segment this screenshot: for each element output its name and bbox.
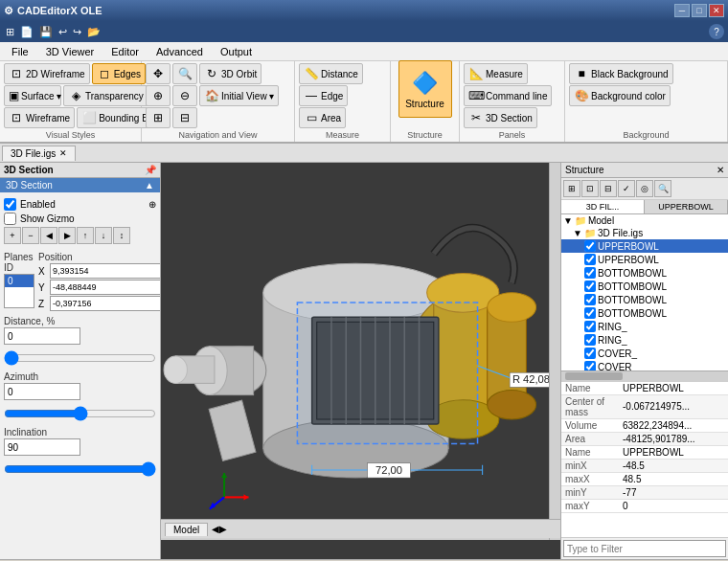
- tree-check-5[interactable]: [584, 307, 596, 319]
- btn-bg-color[interactable]: 🎨Background color: [569, 85, 671, 106]
- tree-check-0[interactable]: [584, 240, 596, 252]
- plane-up-btn[interactable]: ↑: [77, 227, 94, 244]
- tree-item-6[interactable]: RING_: [561, 320, 728, 333]
- enabled-checkbox[interactable]: [4, 198, 16, 211]
- btn-edges[interactable]: ◻Edges: [92, 63, 146, 84]
- azimuth-slider[interactable]: [4, 406, 156, 421]
- btn-structure[interactable]: 🔷 Structure: [398, 60, 452, 118]
- btn-nav4[interactable]: ⊟: [172, 107, 197, 128]
- btn-3d-orbit[interactable]: ↻3D Orbit: [199, 63, 262, 84]
- x-input[interactable]: [50, 263, 160, 279]
- minimize-button[interactable]: ─: [674, 4, 690, 17]
- btn-edge-measure[interactable]: —Edge: [299, 85, 348, 106]
- azimuth-input[interactable]: [4, 383, 80, 400]
- menu-file[interactable]: File: [4, 44, 36, 59]
- file-tab-active[interactable]: 3D File.igs ✕: [2, 146, 76, 161]
- tree-root[interactable]: ▼ 📁 Model: [561, 214, 728, 227]
- tree-check-8[interactable]: [584, 348, 596, 359]
- z-input[interactable]: [50, 296, 160, 311]
- tree-scrollbar-h[interactable]: [561, 370, 728, 382]
- struct-btn-6[interactable]: 🔍: [654, 180, 671, 197]
- tree-item-4[interactable]: BOTTOMBOWL: [561, 293, 728, 306]
- btn-distance[interactable]: 📏Distance: [299, 63, 363, 84]
- btn-2d-wireframe[interactable]: ⊡2D Wireframe: [4, 63, 90, 84]
- tab-3d-file[interactable]: 3D FIL...: [561, 200, 645, 213]
- tree-item-9[interactable]: COVER_: [561, 360, 728, 370]
- qa-redo-button[interactable]: ↪: [71, 26, 83, 38]
- inclination-slider[interactable]: [4, 461, 156, 477]
- viewport-nav-right[interactable]: ▶: [219, 524, 227, 534]
- struct-btn-4[interactable]: ✓: [618, 180, 635, 197]
- center-viewport[interactable]: 72,00 R 42,08 Model ◀ ▶: [161, 163, 560, 559]
- btn-zoom2[interactable]: ⊕: [146, 85, 171, 106]
- tree-check-1[interactable]: [584, 254, 596, 265]
- structure-tree[interactable]: ▼ 📁 Model ▼ 📁 3D File.igs UPPERBOWL UPPE…: [561, 214, 728, 370]
- tree-item-0[interactable]: UPPERBOWL: [561, 239, 728, 253]
- viewport-nav-left[interactable]: ◀: [212, 524, 219, 534]
- tree-item-5[interactable]: BOTTOMBOWL: [561, 306, 728, 320]
- qa-help-button[interactable]: ?: [709, 24, 724, 39]
- btn-wireframe[interactable]: ⊡Wireframe: [4, 107, 75, 128]
- plane-remove-btn[interactable]: −: [22, 227, 39, 244]
- y-input[interactable]: [50, 280, 160, 295]
- maximize-button[interactable]: □: [692, 4, 707, 17]
- btn-area[interactable]: ▭Area: [299, 107, 346, 128]
- gizmo-icon[interactable]: ⊕: [148, 199, 156, 210]
- plane-next-btn[interactable]: ▶: [58, 227, 76, 244]
- btn-black-bg[interactable]: ■Black Background: [569, 63, 673, 84]
- tree-item-1[interactable]: UPPERBOWL: [561, 253, 728, 266]
- btn-zoom[interactable]: 🔍: [172, 63, 197, 84]
- struct-btn-3[interactable]: ⊟: [600, 180, 617, 197]
- struct-btn-1[interactable]: ⊞: [563, 180, 580, 197]
- tree-check-3[interactable]: [584, 280, 596, 292]
- qa-open-button[interactable]: 📂: [85, 26, 102, 38]
- tree-check-9[interactable]: [584, 361, 596, 370]
- plane-item[interactable]: 0: [5, 275, 34, 287]
- btn-nav3[interactable]: ⊞: [146, 107, 171, 128]
- show-gizmo-checkbox[interactable]: [4, 213, 16, 225]
- btn-measure-panel[interactable]: 📐Measure: [464, 63, 528, 84]
- planes-list[interactable]: 0: [4, 274, 34, 308]
- tree-item-8[interactable]: COVER_: [561, 347, 728, 360]
- model-tab[interactable]: Model: [165, 523, 208, 536]
- inclination-input[interactable]: [4, 438, 80, 456]
- close-button[interactable]: ✕: [709, 4, 724, 17]
- tree-item-3[interactable]: BOTTOMBOWL: [561, 280, 728, 293]
- qa-new-button[interactable]: 📄: [18, 26, 35, 38]
- tab-upperbowl[interactable]: UPPERBOWL: [645, 200, 728, 213]
- btn-initial-view[interactable]: 🏠Initial View ▾: [199, 85, 279, 106]
- distance-slider[interactable]: [4, 350, 156, 366]
- menu-advanced[interactable]: Advanced: [148, 44, 211, 59]
- btn-command-line[interactable]: ⌨Command line: [464, 85, 552, 106]
- menu-editor[interactable]: Editor: [103, 44, 147, 59]
- tree-3dfile[interactable]: ▼ 📁 3D File.igs: [561, 227, 728, 239]
- plane-prev-btn[interactable]: ◀: [40, 227, 57, 244]
- btn-surface[interactable]: ▣Surface ▾: [4, 85, 61, 106]
- plane-add-btn[interactable]: +: [4, 227, 21, 244]
- qa-save-button[interactable]: 💾: [37, 26, 55, 38]
- panel-close-icon[interactable]: ✕: [717, 165, 724, 175]
- struct-btn-2[interactable]: ⊡: [581, 180, 599, 197]
- btn-3d-section[interactable]: ✂3D Section: [464, 107, 537, 128]
- tree-check-7[interactable]: [584, 334, 596, 346]
- tree-check-2[interactable]: [584, 267, 596, 279]
- btn-pan[interactable]: ✥: [146, 63, 171, 84]
- menu-3dviewer[interactable]: 3D Viewer: [38, 44, 102, 59]
- plane-flip-btn[interactable]: ↕: [113, 227, 130, 244]
- tree-check-6[interactable]: [584, 321, 596, 332]
- btn-transparency[interactable]: ◈Transparency: [63, 85, 148, 106]
- menu-output[interactable]: Output: [213, 44, 260, 59]
- tree-item-7[interactable]: RING_: [561, 333, 728, 347]
- tree-item-2[interactable]: BOTTOMBOWL: [561, 266, 728, 280]
- tab-close-icon[interactable]: ✕: [59, 148, 67, 158]
- viewport-scrollbar-v[interactable]: [549, 163, 560, 540]
- section-collapse-icon[interactable]: ▲: [145, 180, 154, 191]
- qa-menu-button[interactable]: ⊞: [4, 26, 16, 38]
- struct-btn-5[interactable]: ◎: [636, 180, 653, 197]
- qa-undo-button[interactable]: ↩: [57, 26, 69, 38]
- tree-check-4[interactable]: [584, 294, 596, 305]
- distance-input[interactable]: [4, 327, 80, 345]
- filter-input[interactable]: [563, 540, 726, 557]
- panel-pin-icon[interactable]: 📌: [145, 165, 156, 175]
- btn-zoom3[interactable]: ⊖: [172, 85, 197, 106]
